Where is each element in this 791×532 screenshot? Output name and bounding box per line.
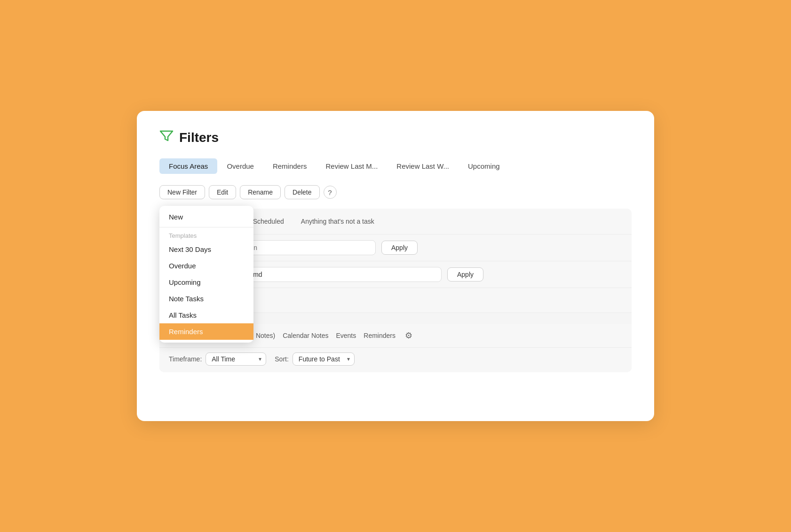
dropdown-new[interactable]: New — [159, 209, 253, 225]
delete-button[interactable]: Delete — [285, 185, 319, 199]
timeframe-select-wrapper: All Time Next 7 Days Next 30 Days This M… — [206, 352, 266, 366]
dropdown-item-next30days[interactable]: Next 30 Days — [159, 241, 253, 258]
header: Filters — [159, 130, 632, 145]
search-apply-button[interactable]: Apply — [381, 241, 418, 255]
dropdown-section-label: Templates — [159, 229, 253, 241]
tab-upcoming[interactable]: Upcoming — [459, 158, 509, 174]
tab-bar: Focus Areas Overdue Reminders Review Las… — [159, 158, 632, 174]
dropdown-item-all-tasks[interactable]: All Tasks — [159, 307, 253, 323]
dropdown-item-note-tasks[interactable]: Note Tasks — [159, 290, 253, 307]
filter-icon — [159, 130, 174, 145]
note-path-apply-button[interactable]: Apply — [447, 267, 483, 282]
status-not-task[interactable]: Anything that's not a task — [294, 215, 381, 227]
timeframe-label: Timeframe: — [169, 355, 202, 363]
toolbar: New Filter Edit Rename Delete ? New Temp… — [159, 185, 632, 199]
sort-label: Sort: — [275, 355, 289, 363]
timeframe-select[interactable]: All Time Next 7 Days Next 30 Days This M… — [206, 352, 266, 366]
help-button[interactable]: ? — [324, 186, 337, 199]
tab-reminders[interactable]: Reminders — [263, 158, 316, 174]
sort-select-wrapper: Future to Past Past to Future Alphabetic… — [293, 352, 355, 366]
filters-window: Filters Focus Areas Overdue Reminders Re… — [137, 111, 654, 421]
sort-select[interactable]: Future to Past Past to Future Alphabetic… — [293, 352, 355, 366]
tab-overdue[interactable]: Overdue — [217, 158, 263, 174]
tab-focus-areas[interactable]: Focus Areas — [159, 158, 217, 174]
new-filter-button[interactable]: New Filter — [159, 185, 205, 199]
tab-review-last-w[interactable]: Review Last W... — [387, 158, 459, 174]
page-title: Filters — [179, 130, 219, 145]
dropdown-item-reminders[interactable]: Reminders — [159, 323, 253, 340]
dropdown-item-upcoming[interactable]: Upcoming — [159, 274, 253, 290]
source-events[interactable]: Events — [336, 332, 356, 339]
dropdown-divider — [159, 227, 253, 227]
edit-button[interactable]: Edit — [209, 185, 236, 199]
gear-icon[interactable]: ⚙ — [405, 330, 412, 341]
dropdown-menu: New Templates Next 30 Days Overdue Upcom… — [159, 206, 253, 343]
sort-row: Timeframe: All Time Next 7 Days Next 30 … — [159, 348, 632, 372]
rename-button[interactable]: Rename — [240, 185, 281, 199]
source-reminders[interactable]: Reminders — [364, 332, 396, 339]
source-calendar-notes[interactable]: Calendar Notes — [283, 332, 328, 339]
dropdown-item-overdue[interactable]: Overdue — [159, 258, 253, 274]
tab-review-last-m[interactable]: Review Last M... — [316, 158, 387, 174]
